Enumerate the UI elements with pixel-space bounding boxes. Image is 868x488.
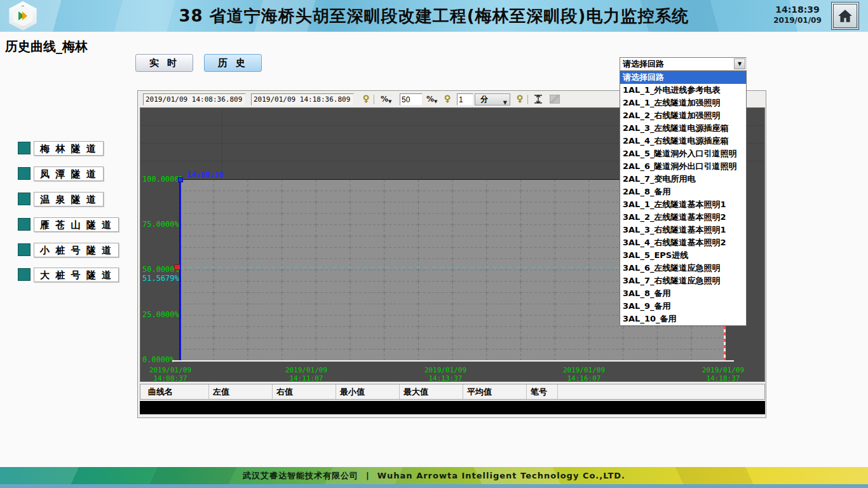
circuit-option[interactable]: 请选择回路 [620, 71, 746, 84]
circuit-select-value: 请选择回路 [623, 58, 664, 70]
x-tick-2: 2019/01/0914:13:37 [416, 366, 475, 383]
col-curve-name: 曲线名 [146, 384, 209, 399]
toolbar-separator [527, 95, 528, 104]
circuit-option[interactable]: 3AL_4_右线隧道基本照明2 [620, 236, 746, 249]
zoom-percent-input[interactable] [400, 93, 423, 105]
home-button[interactable] [831, 2, 859, 30]
col-avg-value: 平均值 [465, 384, 527, 399]
disabled-tool-icon [550, 95, 560, 104]
page-header-title: 38 省道宁海桥头胡至深甽段改建工程(梅林至深甽段)电力监控系统 [127, 0, 741, 32]
circuit-option[interactable]: 3AL_2_左线隧道基本照明2 [620, 211, 746, 224]
tunnel-indicator-square[interactable] [18, 218, 31, 231]
header: 38 省道宁海桥头胡至深甽段改建工程(梅林至深甽段)电力监控系统 14:18:3… [0, 0, 868, 32]
sidebar-item-xiaozhuanghao-tunnel[interactable]: 小 桩 号 隧 道 [34, 243, 119, 257]
sidebar-item-wenquan-tunnel[interactable]: 温 泉 隧 道 [34, 192, 104, 207]
cursor-time-label: 14:08:36 [187, 170, 224, 179]
col-max-value: 最大值 [401, 384, 463, 399]
circuit-option[interactable]: 3AL_7_右线隧道应急照明 [620, 274, 746, 287]
circuit-option[interactable]: 3AL_5_EPS进线 [620, 249, 746, 262]
zoom-out-percent-icon[interactable]: %▼ [381, 95, 391, 104]
col-min-value: 最小值 [337, 384, 400, 399]
interval-unit-dropdown[interactable]: 分 ▼ [475, 93, 510, 105]
circuit-option[interactable]: 3AL_1_左线隧道基本照明1 [620, 198, 746, 211]
zoom-in-percent-icon[interactable]: %▼ [426, 95, 437, 104]
footer-bottom-stripe [0, 484, 868, 488]
circuit-option[interactable]: 2AL_3_左线隧道电源插座箱 [620, 122, 746, 135]
circuit-option[interactable]: 2AL_2_右线隧道加强照明 [620, 109, 746, 122]
fit-vertical-icon[interactable] [533, 94, 543, 104]
time-cursor-line[interactable] [180, 180, 181, 361]
tunnel-indicator-square[interactable] [18, 243, 31, 256]
x-tick-4: 2019/01/0914:18:37 [694, 366, 752, 383]
clock-date: 2019/01/09 [769, 16, 826, 25]
start-time-field[interactable]: 2019/01/09 14:08:36.809 [143, 93, 246, 105]
company-logo-icon [8, 1, 38, 30]
sidebar-item-yancangshan-tunnel[interactable]: 雁 苍 山 隧 道 [34, 217, 119, 232]
home-icon [837, 8, 853, 24]
x-tick-3: 2019/01/0914:16:07 [555, 366, 613, 383]
footer-company-cn: 武汉艾睿达智能技术有限公司 [243, 470, 358, 482]
footer-company-en: Wuhan Arrowta Intelligent Technology Co.… [377, 471, 625, 480]
circuit-option[interactable]: 2AL_6_隧道洞外出口引道照明 [620, 160, 746, 173]
app-window: 38 省道宁海桥头胡至深甽段改建工程(梅林至深甽段)电力监控系统 14:18:3… [0, 0, 868, 488]
circuit-option[interactable]: 3AL_6_左线隧道应急照明 [620, 262, 746, 274]
col-right-value: 右值 [274, 384, 336, 399]
page-title: 历史曲线_梅林 [5, 38, 88, 55]
x-tick-0: 2019/01/0914:08:37 [141, 366, 200, 383]
query-key-icon[interactable]: ♀ [363, 93, 369, 104]
circuit-option[interactable]: 2AL_4_右线隧道电源插座箱 [620, 135, 746, 147]
circuit-option[interactable]: 2AL_8_备用 [620, 186, 746, 198]
circuit-option[interactable]: 2AL_1_左线隧道加强照明 [620, 97, 746, 109]
sidebar-item-fengtan-tunnel[interactable]: 凤 潭 隧 道 [34, 166, 104, 181]
circuit-option[interactable]: 2AL_7_变电所用电 [620, 173, 746, 186]
circuit-option[interactable]: 3AL_8_备用 [620, 287, 746, 300]
circuit-option[interactable]: 3AL_10_备用 [620, 313, 746, 325]
interval-unit-value: 分 [480, 95, 488, 104]
footer: 武汉艾睿达智能技术有限公司 | Wuhan Arrowta Intelligen… [0, 467, 868, 488]
apply-interval-key-icon[interactable]: ♀ [517, 93, 523, 104]
chevron-down-icon[interactable]: ▼ [734, 58, 745, 69]
tab-history[interactable]: 历 史 [204, 54, 262, 72]
x-tick-1: 2019/01/0914:11:07 [277, 366, 336, 383]
circuit-option[interactable]: 3AL_9_备用 [620, 300, 746, 313]
footer-company-bar: 武汉艾睿达智能技术有限公司 | Wuhan Arrowta Intelligen… [0, 467, 868, 484]
chevron-down-icon: ▼ [503, 97, 507, 108]
interval-value-input[interactable] [457, 93, 473, 105]
tunnel-indicator-square[interactable] [18, 142, 31, 154]
sidebar-item-meilin-tunnel[interactable]: 梅 林 隧 道 [34, 141, 104, 156]
circuit-option[interactable]: 1AL_1_外电进线参考电表 [620, 84, 746, 97]
upper-grid-vline [222, 108, 222, 179]
curve-table-empty-row [140, 401, 765, 414]
col-pen-number: 笔号 [528, 384, 558, 399]
toolbar-separator [374, 95, 374, 104]
curve-table-header: 曲线名 左值 右值 最小值 最大值 平均值 笔号 [140, 384, 765, 400]
time-cursor-handle[interactable] [178, 177, 183, 182]
sidebar-item-dazhuanghao-tunnel[interactable]: 大 桩 号 隧 道 [34, 268, 119, 282]
circuit-option[interactable]: 2AL_5_隧道洞外入口引道照明 [620, 147, 746, 160]
clock: 14:18:39 2019/01/09 [769, 4, 826, 25]
logo-chevron-icon [22, 11, 27, 20]
tunnel-indicator-square[interactable] [18, 268, 31, 281]
clock-time: 14:18:39 [769, 4, 826, 15]
circuit-select[interactable]: 请选择回路 ▼ [620, 57, 747, 71]
footer-separator: | [366, 471, 370, 480]
circuit-dropdown-list: 请选择回路 1AL_1_外电进线参考电表 2AL_1_左线隧道加强照明 2AL_… [620, 71, 747, 326]
end-time-field[interactable]: 2019/01/09 14:18:36.809 [251, 93, 354, 105]
apply-zoom-key-icon[interactable]: ♀ [444, 93, 451, 104]
tunnel-indicator-square[interactable] [18, 167, 31, 180]
x-axis-line [172, 360, 734, 362]
tab-realtime[interactable]: 实 时 [135, 54, 193, 72]
tunnel-indicator-square[interactable] [18, 193, 31, 205]
col-left-value: 左值 [210, 384, 273, 399]
circuit-option[interactable]: 3AL_3_右线隧道基本照明1 [620, 224, 746, 236]
